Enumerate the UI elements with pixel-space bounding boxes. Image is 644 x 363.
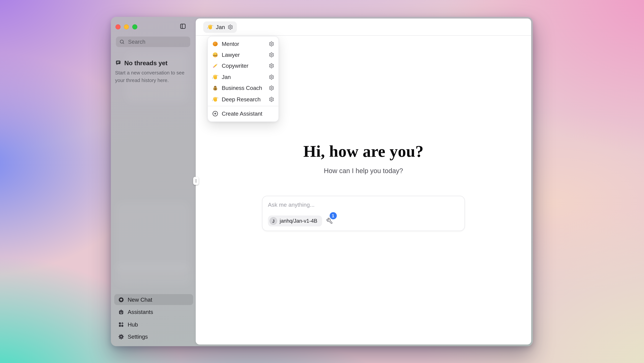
create-assistant-label: Create Assistant [222,111,274,117]
greeting-title: Hi, how are you? [196,141,531,161]
gear-filled-icon [118,333,124,340]
gear-icon[interactable] [269,97,274,102]
zipper-face-emoji [212,52,218,58]
composer-input[interactable] [268,202,459,208]
assistant-item-label: Lawyer [222,52,266,58]
traffic-light-close[interactable] [116,24,120,30]
gear-icon[interactable] [269,41,274,47]
plus-circle-icon [118,296,124,303]
search-icon [119,39,125,45]
model-avatar: J [270,217,277,225]
assistant-tab[interactable]: Jan [203,22,237,33]
bot-icon [118,309,124,315]
wave-emoji [212,74,218,80]
circle-plus-icon [212,111,218,117]
money-bag-emoji: $ [212,85,218,91]
gear-icon[interactable] [269,63,274,69]
sidebar-resize-handle[interactable] [193,177,198,185]
assistant-item-label: Copywriter [222,63,266,69]
traffic-light-zoom[interactable] [132,24,138,30]
panel-left-icon [180,23,186,30]
grid-plus-icon [118,321,124,327]
search-input[interactable] [127,38,187,46]
gear-icon[interactable] [228,24,233,30]
wave-emoji [212,96,218,103]
assistant-item-deep-research[interactable]: Deep Research [208,94,278,105]
svg-text:$: $ [214,87,216,90]
sidebar-nav: New ChatAssistantsHubSettings [114,294,193,344]
assistant-item-label: Business Coach [222,85,266,91]
menu-separator [208,106,278,107]
composer-toolbar: J janhq/Jan-v1-4B 1 [268,216,459,227]
message-square-icon [115,60,122,66]
sidebar-item-settings[interactable]: Settings [114,331,193,342]
sidebar-item-hub[interactable]: Hub [114,319,193,330]
greeting-subtitle: How can I help you today? [196,167,531,175]
create-assistant-button[interactable]: Create Assistant [208,108,278,120]
traffic-lights [116,24,138,30]
assistant-item-label: Jan [222,74,266,80]
assistant-item-jan[interactable]: Jan [208,71,278,83]
composer-card: J janhq/Jan-v1-4B 1 [262,196,465,231]
tools-count-badge: 1 [330,212,336,219]
main-panel: Jan MentorLawyerCopywriterJan$Business C… [196,19,531,344]
assistant-item-copywriter[interactable]: Copywriter [208,60,278,71]
assistant-item-business-coach[interactable]: $Business Coach [208,83,278,94]
assistant-item-lawyer[interactable]: Lawyer [208,49,278,60]
assistant-item-label: Deep Research [222,96,266,103]
assistant-item-mentor[interactable]: Mentor [208,38,278,49]
sidebar-item-new-chat[interactable]: New Chat [114,294,193,305]
assistant-dropdown: MentorLawyerCopywriterJan$Business Coach… [208,36,279,122]
wave-emoji [207,24,214,31]
sidebar-item-label: Assistants [128,309,153,315]
chat-topbar: Jan [196,19,531,36]
gear-icon[interactable] [269,74,274,80]
sidebar-item-label: Settings [128,333,148,340]
sidebar-item-label: Hub [128,321,138,327]
sidebar-toggle-button[interactable] [180,23,186,30]
gear-icon[interactable] [269,85,274,91]
sidebar: No threads yet Start a new conversation … [111,17,196,346]
vibrancy-blob [115,262,191,286]
grip-dots-icon [194,179,198,183]
assistant-item-label: Mentor [222,41,266,47]
sidebar-item-assistants[interactable]: Assistants [114,306,193,317]
model-selector[interactable]: J janhq/Jan-v1-4B [268,216,322,227]
assistant-tab-label: Jan [216,24,225,31]
traffic-light-minimize[interactable] [124,24,129,30]
orange-circle-emoji [212,41,218,47]
app-window: No threads yet Start a new conversation … [111,17,533,346]
empty-state: No threads yet Start a new conversation … [115,59,190,84]
search-field[interactable] [116,37,190,47]
empty-state-title: No threads yet [124,59,168,67]
tools-button[interactable]: 1 [326,218,333,224]
empty-state-description: Start a new conversation to see your thr… [115,69,187,84]
greeting: Hi, how are you? How can I help you toda… [196,141,531,175]
model-name: janhq/Jan-v1-4B [280,218,317,224]
sidebar-item-label: New Chat [128,296,152,303]
gear-icon[interactable] [269,52,274,58]
pencil-emoji [212,63,218,69]
